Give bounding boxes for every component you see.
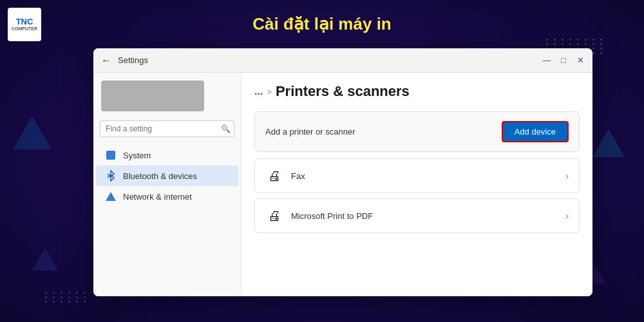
window-content: 🔍 System Bluetooth & devices Network & i… bbox=[93, 73, 592, 296]
breadcrumb-chevron: > bbox=[267, 87, 272, 97]
settings-main-panel: ... > Printers & scanners Add a printer … bbox=[242, 73, 592, 296]
search-icon: 🔍 bbox=[221, 124, 231, 133]
fax-chevron-icon: › bbox=[565, 171, 569, 181]
settings-sidebar: 🔍 System Bluetooth & devices Network & i… bbox=[93, 73, 242, 296]
breadcrumb-dots: ... bbox=[254, 86, 263, 97]
pdf-icon: 🖨 bbox=[265, 207, 283, 225]
sidebar-item-bluetooth-label: Bluetooth & devices bbox=[123, 171, 197, 181]
close-button[interactable]: ✕ bbox=[574, 55, 586, 66]
deco-triangle-2 bbox=[32, 248, 58, 270]
sidebar-item-network-label: Network & internet bbox=[123, 192, 192, 202]
window-titlebar: ← Settings — □ ✕ bbox=[93, 48, 592, 73]
deco-triangle-1 bbox=[13, 116, 52, 149]
device-item-fax[interactable]: 🖨 Fax › bbox=[254, 158, 580, 193]
system-icon bbox=[105, 149, 117, 161]
page-title: Cài đặt lại máy in bbox=[0, 14, 644, 34]
add-device-button[interactable]: Add device bbox=[502, 121, 569, 142]
dots-pattern-bottom bbox=[45, 292, 89, 303]
settings-window: ← Settings — □ ✕ 🔍 System bbox=[93, 48, 592, 296]
minimize-button[interactable]: — bbox=[541, 55, 553, 66]
network-icon bbox=[105, 191, 117, 202]
device-pdf-name: Microsoft Print to PDF bbox=[291, 211, 373, 221]
breadcrumb-title: Printers & scanners bbox=[276, 83, 410, 100]
sidebar-item-system-label: System bbox=[123, 151, 151, 160]
pdf-chevron-icon: › bbox=[565, 211, 569, 221]
window-controls: — □ ✕ bbox=[541, 55, 586, 66]
bluetooth-icon bbox=[105, 170, 117, 182]
fax-icon: 🖨 bbox=[265, 167, 283, 185]
sidebar-item-system[interactable]: System bbox=[96, 145, 238, 166]
window-title-label: Settings bbox=[118, 55, 148, 65]
sidebar-item-bluetooth[interactable]: Bluetooth & devices bbox=[96, 166, 238, 186]
add-device-label: Add a printer or scanner bbox=[265, 127, 355, 137]
search-input[interactable] bbox=[100, 120, 234, 137]
search-box: 🔍 bbox=[100, 120, 234, 137]
deco-triangle-3 bbox=[592, 129, 625, 157]
device-pdf-left: 🖨 Microsoft Print to PDF bbox=[265, 207, 373, 225]
add-device-row: Add a printer or scanner Add device bbox=[254, 111, 580, 152]
breadcrumb: ... > Printers & scanners bbox=[254, 83, 580, 100]
device-item-pdf[interactable]: 🖨 Microsoft Print to PDF › bbox=[254, 198, 580, 233]
sidebar-item-network[interactable]: Network & internet bbox=[96, 186, 238, 207]
device-fax-name: Fax bbox=[291, 171, 305, 181]
device-fax-left: 🖨 Fax bbox=[265, 167, 305, 185]
window-back-button[interactable]: ← bbox=[101, 55, 111, 66]
user-avatar bbox=[101, 80, 204, 111]
maximize-button[interactable]: □ bbox=[558, 55, 569, 66]
